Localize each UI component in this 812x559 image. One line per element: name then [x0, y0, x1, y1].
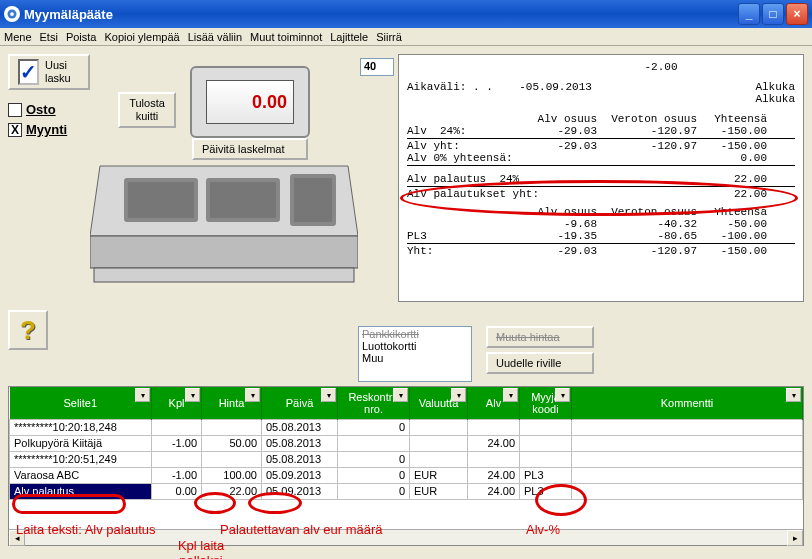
cell-hinta[interactable]: 100.00	[202, 467, 262, 483]
uudelle-riville-button[interactable]: Uudelle riville	[486, 352, 594, 374]
cell-resk[interactable]: 0	[338, 451, 410, 467]
col-reskontra[interactable]: Reskontra nro.	[348, 391, 398, 415]
col-kpl[interactable]: Kpl	[169, 397, 185, 409]
muuta-hintaa-button[interactable]: Muuta hintaa	[486, 326, 594, 348]
cell-val[interactable]	[410, 451, 468, 467]
cell-hinta[interactable]: 50.00	[202, 435, 262, 451]
cell-kom[interactable]	[572, 435, 803, 451]
maximize-button[interactable]: □	[762, 3, 784, 25]
cell-hinta[interactable]	[202, 419, 262, 435]
cell-kom[interactable]	[572, 483, 803, 499]
cell-alv[interactable]: 24.00	[468, 483, 520, 499]
cell-hinta[interactable]	[202, 451, 262, 467]
col-hinta[interactable]: Hinta	[219, 397, 245, 409]
table-row[interactable]: Polkupyörä Kiitäjä-1.0050.0005.08.201324…	[10, 435, 803, 451]
dropdown-icon[interactable]: ▾	[135, 388, 150, 402]
minimize-button[interactable]: _	[738, 3, 760, 25]
cell-selite[interactable]: Varaosa ABC	[10, 467, 152, 483]
dropdown-icon[interactable]: ▾	[185, 388, 200, 402]
tulosta-label: Tulosta kuitti	[128, 97, 166, 123]
cell-alv[interactable]: 24.00	[468, 467, 520, 483]
dropdown-icon[interactable]: ▾	[555, 388, 570, 402]
cell-alv[interactable]	[468, 419, 520, 435]
cell-koodi[interactable]	[520, 451, 572, 467]
radio-myynti[interactable]: X Myynti	[8, 122, 67, 137]
dropdown-icon[interactable]: ▾	[786, 388, 801, 402]
menu-muut[interactable]: Muut toiminnot	[250, 31, 322, 43]
table-row[interactable]: *********10:20:51,24905.08.20130	[10, 451, 803, 467]
dropdown-icon[interactable]: ▾	[245, 388, 260, 402]
col-kommentti[interactable]: Kommentti	[661, 397, 714, 409]
paylist-2[interactable]: Muu	[361, 352, 469, 364]
dropdown-icon[interactable]: ▾	[321, 388, 336, 402]
cell-kom[interactable]	[572, 451, 803, 467]
cell-selite[interactable]: Polkupyörä Kiitäjä	[10, 435, 152, 451]
cell-val[interactable]: EUR	[410, 467, 468, 483]
menu-lisaa[interactable]: Lisää väliin	[188, 31, 242, 43]
cell-paiva[interactable]: 05.09.2013	[262, 467, 338, 483]
cell-selite[interactable]: *********10:20:51,249	[10, 451, 152, 467]
cell-selite[interactable]: *********10:20:18,248	[10, 419, 152, 435]
alkuka-1: Alkuka	[755, 81, 795, 93]
menu-lajittele[interactable]: Lajittele	[330, 31, 368, 43]
dropdown-icon[interactable]: ▾	[503, 388, 518, 402]
horizontal-scrollbar[interactable]: ◂ ▸	[9, 529, 803, 545]
cell-selite[interactable]: Alv palautus	[10, 483, 152, 499]
cell-kom[interactable]	[572, 467, 803, 483]
cell-val[interactable]	[410, 435, 468, 451]
cell-resk[interactable]	[338, 435, 410, 451]
col-paiva[interactable]: Päivä	[286, 397, 314, 409]
cell-val[interactable]: EUR	[410, 483, 468, 499]
menu-etsi[interactable]: Etsi	[40, 31, 58, 43]
cell-kom[interactable]	[572, 419, 803, 435]
cell-val[interactable]	[410, 419, 468, 435]
cell-koodi[interactable]	[520, 435, 572, 451]
paylist-1[interactable]: Luottokortti	[361, 340, 469, 352]
cell-alv[interactable]	[468, 451, 520, 467]
dropdown-icon[interactable]: ▾	[393, 388, 408, 402]
col-alv[interactable]: Alv	[486, 397, 501, 409]
cell-resk[interactable]: 0	[338, 483, 410, 499]
radio-osto[interactable]: Osto	[8, 102, 56, 117]
col-selite[interactable]: Selite1	[63, 397, 97, 409]
cell-koodi[interactable]: PL3	[520, 467, 572, 483]
invoice-grid[interactable]: Selite1▾ Kpl▾ Hinta▾ Päivä▾ Reskontra nr…	[8, 386, 804, 546]
cell-resk[interactable]: 0	[338, 419, 410, 435]
menu-poista[interactable]: Poista	[66, 31, 97, 43]
cell-resk[interactable]: 0	[338, 467, 410, 483]
menu-mene[interactable]: Mene	[4, 31, 32, 43]
r1-1-l: Alv yht:	[407, 140, 527, 152]
cell-koodi[interactable]: PL3	[520, 483, 572, 499]
r2-1-l: Alv palautukset yht:	[407, 188, 527, 200]
cell-paiva[interactable]: 05.08.2013	[262, 435, 338, 451]
close-button[interactable]: ×	[786, 3, 808, 25]
dropdown-icon[interactable]: ▾	[451, 388, 466, 402]
cell-kpl[interactable]: -1.00	[152, 435, 202, 451]
cell-kpl[interactable]	[152, 451, 202, 467]
cell-kpl[interactable]: 0.00	[152, 483, 202, 499]
alkuka-2: Alkuka	[755, 93, 795, 105]
cell-paiva[interactable]: 05.09.2013	[262, 483, 338, 499]
cell-alv[interactable]: 24.00	[468, 435, 520, 451]
menu-siirra[interactable]: Siirrä	[376, 31, 402, 43]
menu-kopioi[interactable]: Kopioi ylempää	[104, 31, 179, 43]
tulosta-kuitti-button[interactable]: Tulosta kuitti	[118, 92, 176, 128]
help-button[interactable]: ?	[8, 310, 48, 350]
table-row[interactable]: *********10:20:18,24805.08.20130	[10, 419, 803, 435]
cell-kpl[interactable]	[152, 419, 202, 435]
cell-paiva[interactable]: 05.08.2013	[262, 451, 338, 467]
aikavali-label: Aikaväli:	[407, 81, 466, 93]
check-icon: ✓	[18, 59, 39, 85]
cell-hinta[interactable]: 22.00	[202, 483, 262, 499]
scroll-right-icon[interactable]: ▸	[787, 530, 803, 546]
scroll-left-icon[interactable]: ◂	[9, 530, 25, 546]
paylist-0[interactable]: Pankkikortti	[361, 328, 469, 340]
cell-koodi[interactable]	[520, 419, 572, 435]
cell-kpl[interactable]: -1.00	[152, 467, 202, 483]
table-row[interactable]: Alv palautus0.0022.0005.09.20130EUR24.00…	[10, 483, 803, 499]
payment-method-list[interactable]: Pankkikortti Luottokortti Muu	[358, 326, 472, 382]
cell-paiva[interactable]: 05.08.2013	[262, 419, 338, 435]
uusi-lasku-button[interactable]: ✓ Uusi lasku	[8, 54, 90, 90]
field-40[interactable]: 40	[360, 58, 394, 76]
table-row[interactable]: Varaosa ABC-1.00100.0005.09.20130EUR24.0…	[10, 467, 803, 483]
